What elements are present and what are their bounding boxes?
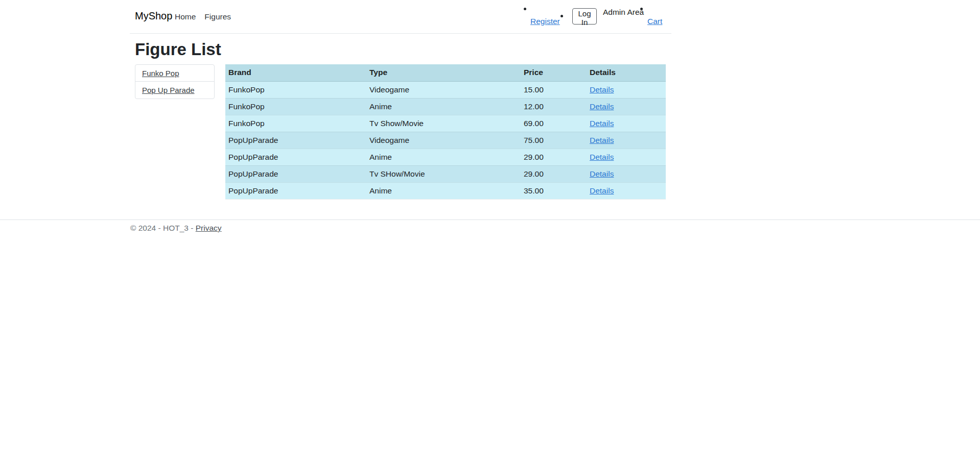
details-link[interactable]: Details <box>590 169 614 178</box>
brand-cell: PopUpParade <box>225 182 366 199</box>
admin-area-label: Admin Area <box>603 8 644 17</box>
page: MyShop Home Figures Register Log In Admi… <box>0 0 980 464</box>
list-bullet-icon <box>640 8 643 10</box>
brand-filter-list: Funko Pop Pop Up Parade <box>135 64 215 99</box>
type-cell: Tv SHow/Movie <box>366 165 521 182</box>
details-link[interactable]: Details <box>590 186 614 195</box>
table-header-row: Brand Type Price Details <box>225 64 666 81</box>
main-nav: Home Figures <box>175 12 231 21</box>
list-bullet-icon <box>561 15 563 17</box>
list-bullet-icon <box>524 8 526 10</box>
table-row: PopUpParade Tv SHow/Movie 29.00 Details <box>225 165 666 182</box>
navbar-inner: MyShop Home Figures Register Log In Admi… <box>130 0 671 34</box>
brand-cell: FunkoPop <box>225 115 366 132</box>
details-link[interactable]: Details <box>590 136 614 144</box>
details-link[interactable]: Details <box>590 153 614 161</box>
header-details: Details <box>587 64 666 81</box>
details-link[interactable]: Details <box>590 85 614 94</box>
table-header: Brand Type Price Details <box>225 64 666 81</box>
table-row: FunkoPop Anime 12.00 Details <box>225 98 666 115</box>
footer-text: © 2024 - HOT_3 - Privacy <box>130 224 980 233</box>
cart-link[interactable]: Cart <box>647 17 662 26</box>
brand-cell: PopUpParade <box>225 132 366 149</box>
page-title: Figure List <box>135 40 221 59</box>
details-link[interactable]: Details <box>590 119 614 128</box>
details-cell: Details <box>587 149 666 165</box>
register-link[interactable]: Register <box>530 17 560 26</box>
nav-item-home[interactable]: Home <box>175 12 196 21</box>
type-cell: Anime <box>366 149 521 165</box>
price-cell: 75.00 <box>521 132 587 149</box>
navbar: MyShop Home Figures Register Log In Admi… <box>0 0 980 34</box>
copyright-text: © 2024 - HOT_3 - <box>130 224 193 232</box>
table-row: PopUpParade Anime 35.00 Details <box>225 182 666 199</box>
price-cell: 12.00 <box>521 98 587 115</box>
details-cell: Details <box>587 115 666 132</box>
table-row: PopUpParade Anime 29.00 Details <box>225 149 666 165</box>
price-cell: 29.00 <box>521 165 587 182</box>
type-cell: Anime <box>366 182 521 199</box>
type-cell: Videogame <box>366 81 521 98</box>
privacy-link[interactable]: Privacy <box>196 224 222 232</box>
header-type: Type <box>366 64 521 81</box>
figures-table: Brand Type Price Details FunkoPop Videog… <box>225 64 666 200</box>
type-cell: Anime <box>366 98 521 115</box>
table-row: FunkoPop Tv Show/Movie 69.00 Details <box>225 115 666 132</box>
nav-item-figures[interactable]: Figures <box>204 12 231 21</box>
table-row: FunkoPop Videogame 15.00 Details <box>225 81 666 98</box>
table-row: PopUpParade Videogame 75.00 Details <box>225 132 666 149</box>
brand-cell: PopUpParade <box>225 165 366 182</box>
details-link[interactable]: Details <box>590 102 614 111</box>
funko-pop-link[interactable]: Funko Pop <box>142 69 179 78</box>
details-cell: Details <box>587 81 666 98</box>
price-cell: 35.00 <box>521 182 587 199</box>
details-cell: Details <box>587 182 666 199</box>
brand-cell: FunkoPop <box>225 98 366 115</box>
header-brand: Brand <box>225 64 366 81</box>
details-cell: Details <box>587 132 666 149</box>
price-cell: 15.00 <box>521 81 587 98</box>
brand-link[interactable]: MyShop <box>135 10 172 22</box>
footer: © 2024 - HOT_3 - Privacy <box>0 219 980 233</box>
table-body: FunkoPop Videogame 15.00 Details FunkoPo… <box>225 81 666 199</box>
price-cell: 69.00 <box>521 115 587 132</box>
login-button[interactable]: Log In <box>572 8 597 25</box>
sidebar-item-pop-up-parade[interactable]: Pop Up Parade <box>135 82 214 99</box>
brand-cell: PopUpParade <box>225 149 366 165</box>
price-cell: 29.00 <box>521 149 587 165</box>
details-cell: Details <box>587 98 666 115</box>
pop-up-parade-link[interactable]: Pop Up Parade <box>142 86 195 94</box>
type-cell: Tv Show/Movie <box>366 115 521 132</box>
sidebar-item-funko-pop[interactable]: Funko Pop <box>135 65 214 82</box>
brand-cell: FunkoPop <box>225 81 366 98</box>
type-cell: Videogame <box>366 132 521 149</box>
details-cell: Details <box>587 165 666 182</box>
header-price: Price <box>521 64 587 81</box>
